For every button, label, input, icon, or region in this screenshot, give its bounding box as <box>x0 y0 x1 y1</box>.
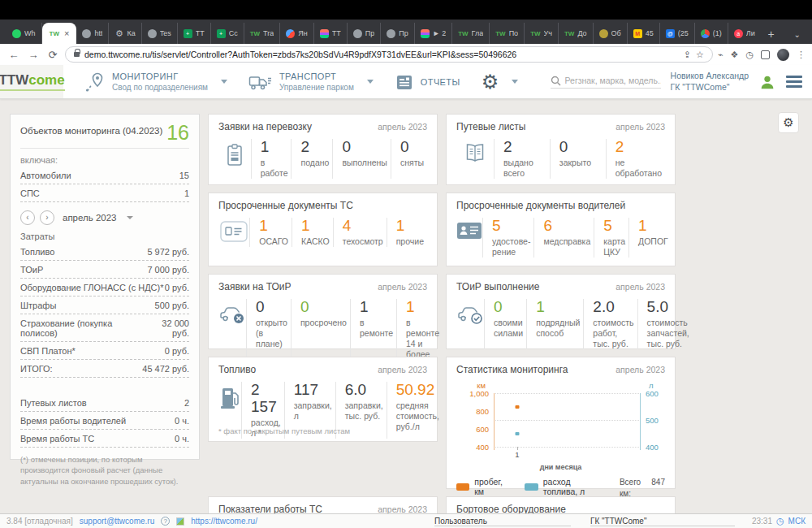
total-km-label: Всего км: <box>620 477 645 499</box>
url-text[interactable]: demo.ttwcome.ru/tis/servlet/Controller?A… <box>84 50 679 59</box>
browser-tab[interactable]: M45 <box>628 23 660 44</box>
nav-title: ТРАНСПОРТ <box>279 71 354 81</box>
card-period: апрель 2023 <box>378 282 427 292</box>
ttwcome-logo[interactable]: TTWcome <box>0 72 65 91</box>
status-bar: 3.84 [отладочная] support@ttwcome.ru ? h… <box>0 513 812 528</box>
stat: 1ОСАГО <box>249 218 292 247</box>
gridline <box>494 393 641 394</box>
x-axis-tick: 1 <box>515 450 519 459</box>
refresh-icon[interactable]: ⟳ <box>45 49 60 61</box>
mileage-fuel-chart: км л 1,0008006004006005004001 <box>494 393 641 447</box>
search-input[interactable] <box>565 76 661 85</box>
dashboard: Объектов мониторинга (04.2023) 16 включа… <box>0 99 812 513</box>
back-icon[interactable]: ← <box>6 49 21 61</box>
stat: 2не обработано <box>606 139 665 179</box>
browser-tab[interactable]: +Сс <box>211 23 244 44</box>
sidebar-row: Время работы ТС0 ч. <box>20 430 189 448</box>
site-favicon <box>176 517 184 526</box>
tab-label: 45 <box>646 29 654 37</box>
nav-reports[interactable]: ОТЧЕТЫ <box>395 72 460 92</box>
total-km-value: 847 <box>651 477 665 499</box>
browser-tab[interactable]: TWУч <box>525 23 559 44</box>
hamburger-menu-icon[interactable] <box>786 76 802 88</box>
row-value: 7 000 руб. <box>147 265 189 275</box>
tab-label: Сс <box>229 29 238 37</box>
window-top-strip <box>0 0 812 19</box>
browser-tab[interactable]: ⚙Ка <box>109 23 141 44</box>
dashboard-settings-button[interactable]: ⚙ <box>778 112 799 133</box>
prev-month-button[interactable]: ‹ <box>20 210 35 225</box>
share-icon[interactable]: ⇪ <box>684 50 691 60</box>
tab-search-chevron-icon[interactable]: ⌄ <box>783 30 812 44</box>
chart-plot-area[interactable]: 1,0008006004006005004001 <box>494 393 641 447</box>
user-avatar-icon[interactable] <box>758 73 776 91</box>
nav-monitoring[interactable]: МОНИТОРИНГ Свод по подразделениям <box>84 71 227 93</box>
card-driver-expired-docs: Просроченные документы водителей 5удосто… <box>446 193 676 266</box>
browser-tab[interactable]: Об <box>594 23 628 44</box>
browser-tab[interactable]: Пр <box>381 23 414 44</box>
card-period: апрель 2023 <box>615 122 665 132</box>
stat-value: 1 <box>396 218 424 235</box>
stat: 2.0стоимость работ, тыс. руб. <box>583 299 637 349</box>
site-link[interactable]: https://ttwcome.ru/ <box>191 517 257 526</box>
tab-label: ТТ <box>332 29 341 37</box>
cast-icon[interactable]: ⌁ <box>718 50 723 60</box>
browser-tab[interactable]: (1) <box>695 23 728 44</box>
stat-value: 0 <box>300 299 347 316</box>
browser-tab[interactable]: TWДо <box>559 23 594 44</box>
nav-settings[interactable]: ⚙ <box>482 72 519 92</box>
stat-label: КАСКО <box>301 236 330 247</box>
sidebar-row: Время работы водителей0 ч. <box>20 412 189 430</box>
tab-label: htt <box>94 29 102 37</box>
help-icon[interactable]: ? <box>161 517 170 526</box>
browser-tab[interactable]: @(25 <box>660 23 695 44</box>
menu-kebab-icon[interactable]: ⋮ <box>797 50 806 60</box>
month-chevron-icon[interactable] <box>127 216 133 219</box>
stat-value: 2 <box>300 139 329 156</box>
row-value: 0 руб. <box>165 283 189 292</box>
vehicle-search[interactable] <box>551 76 661 89</box>
address-bar[interactable]: demo.ttwcome.ru/tis/servlet/Controller?A… <box>65 46 713 63</box>
browser-tab[interactable]: ТТ <box>314 23 348 44</box>
browser-tab[interactable]: TWTra <box>244 23 281 44</box>
browser-tab[interactable]: аЛи <box>728 23 760 44</box>
history-icon[interactable]: ◷ <box>745 50 754 60</box>
card-title: ТОиР выполнение <box>456 281 539 292</box>
browser-tab[interactable]: Wh <box>6 23 42 44</box>
card-title: Статистика мониторинга <box>456 364 568 375</box>
avito-icon: а <box>734 29 743 38</box>
browser-tab[interactable]: +TT <box>178 23 211 44</box>
stat-value: 5 <box>603 218 625 235</box>
extensions-icon[interactable]: ❖ <box>731 50 739 60</box>
nav-subtitle: Свод по подразделениям <box>112 83 208 92</box>
quick-login-user-field[interactable]: Пользователь <box>434 517 571 526</box>
browser-tab[interactable]: Ян <box>280 23 313 44</box>
browser-tab[interactable]: TWПо <box>490 23 525 44</box>
browser-tab[interactable]: TW× <box>42 23 77 44</box>
quick-login-org-field[interactable]: ГК "TTWCome" <box>590 517 735 526</box>
browser-tab[interactable]: ► 2 <box>415 23 452 44</box>
stat-label: закрыто <box>559 158 603 168</box>
current-user[interactable]: Новиков Александр ГК "TTWCome" <box>671 71 749 93</box>
stat-label: техосмотр <box>343 236 383 247</box>
browser-tab[interactable]: Пр <box>348 23 381 44</box>
new-tab-button[interactable]: + <box>759 28 782 44</box>
browser-tab[interactable]: TWГла <box>452 23 490 44</box>
stat-value: 6 <box>543 218 590 235</box>
close-tab-icon[interactable]: × <box>64 28 69 38</box>
support-link[interactable]: support@ttwcome.ru <box>80 517 154 526</box>
next-month-button[interactable]: › <box>40 210 54 225</box>
browser-tab[interactable]: htt <box>76 23 109 44</box>
bookmark-star-icon[interactable]: ☆ <box>696 50 704 60</box>
stat-label: ОСАГО <box>259 236 288 247</box>
nav-transport[interactable]: ТРАНСПОРТ Управление парком <box>248 71 374 92</box>
car-repair-check-icon <box>456 299 484 349</box>
driver-docs-icon <box>456 218 482 258</box>
lock-icon[interactable] <box>74 52 80 57</box>
selected-month[interactable]: апрель 2023 <box>63 213 117 223</box>
profile-avatar[interactable] <box>777 49 789 61</box>
browser-tab[interactable]: Tes <box>142 23 178 44</box>
yandex-browser-icon <box>286 29 295 38</box>
forward-icon[interactable]: → <box>26 49 41 61</box>
sidebar-icon[interactable] <box>761 50 770 59</box>
